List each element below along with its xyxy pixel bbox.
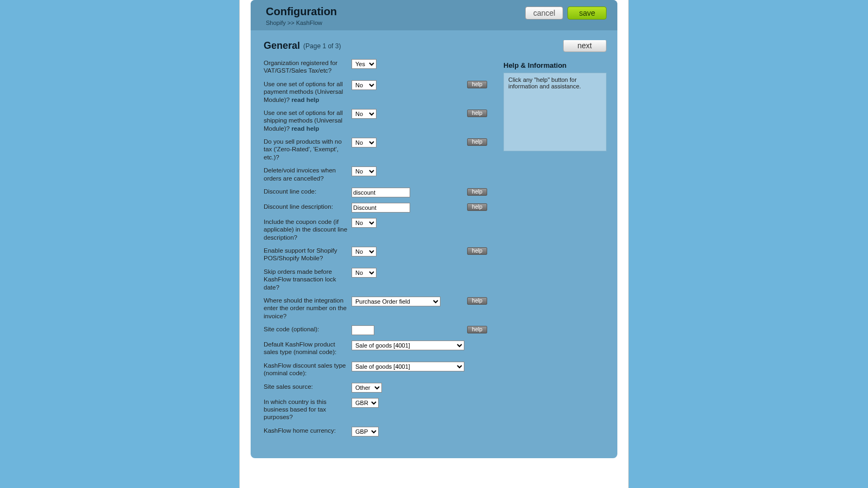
label: Discount line code: <box>264 188 352 195</box>
label: Discount line description: <box>264 203 352 210</box>
next-button[interactable]: next <box>563 40 607 52</box>
app-frame: Configuration Shopify >> KashFlow cancel… <box>239 0 629 488</box>
row-include-coupon: Include the coupon code (if applicable) … <box>264 218 496 241</box>
select-include-coupon[interactable]: No <box>352 218 376 228</box>
select-zero-rated[interactable]: No <box>352 138 376 147</box>
row-shopify-pos: Enable support for Shopify POS/Shopify M… <box>264 247 496 262</box>
row-universal-payment: Use one set of options for all payment m… <box>264 80 496 104</box>
row-delete-void: Delete/void invoices when orders are can… <box>264 166 496 182</box>
save-button[interactable]: save <box>567 7 607 20</box>
select-delete-void[interactable]: No <box>352 166 376 176</box>
breadcrumb: Shopify >> KashFlow <box>266 20 525 26</box>
input-discount-code[interactable] <box>352 188 410 197</box>
label: Organization registered for VAT/GST/Sale… <box>264 59 352 75</box>
row-site-sales-source: Site sales source: Other <box>264 383 496 393</box>
label: Site sales source: <box>264 383 352 390</box>
config-panel: Configuration Shopify >> KashFlow cancel… <box>251 0 617 458</box>
panel-header: Configuration Shopify >> KashFlow cancel… <box>251 0 617 30</box>
select-vat-registered[interactable]: Yes <box>352 59 376 69</box>
label: Do you sell products with no tax ('Zero-… <box>264 138 352 161</box>
row-discount-sales-type: KashFlow discount sales type (nominal co… <box>264 362 496 377</box>
help-button[interactable]: help <box>467 138 487 146</box>
select-product-sales-type[interactable]: Sale of goods [4001] <box>352 341 464 350</box>
input-site-code[interactable] <box>352 325 374 335</box>
row-discount-desc: Discount line description: help <box>264 203 496 213</box>
row-skip-lock-date: Skip orders made before KashFlow transac… <box>264 268 496 291</box>
select-universal-shipping[interactable]: No <box>352 109 376 119</box>
label: KashFlow discount sales type (nominal co… <box>264 362 352 377</box>
row-site-code: Site code (optional): help <box>264 325 496 335</box>
read-help-link[interactable]: read help <box>291 125 319 132</box>
row-tax-country: In which country is this business based … <box>264 398 496 421</box>
help-content: Click any "help" button for information … <box>503 73 607 151</box>
row-universal-shipping: Use one set of options for all shipping … <box>264 109 496 132</box>
label: Use one set of options for all shipping … <box>264 109 352 132</box>
help-button[interactable]: help <box>467 297 487 305</box>
row-vat-registered: Organization registered for VAT/GST/Sale… <box>264 59 496 75</box>
help-column: Help & Information Click any "help" butt… <box>503 59 607 442</box>
read-help-link[interactable]: read help <box>291 97 319 103</box>
help-button[interactable]: help <box>467 326 487 333</box>
select-skip-lock-date[interactable]: No <box>352 268 376 278</box>
help-button[interactable]: help <box>467 188 487 196</box>
row-zero-rated: Do you sell products with no tax ('Zero-… <box>264 138 496 161</box>
select-discount-sales-type[interactable]: Sale of goods [4001] <box>352 362 464 371</box>
label: Use one set of options for all payment m… <box>264 80 352 104</box>
section-title: General <box>264 40 300 52</box>
help-button[interactable]: help <box>467 81 487 88</box>
label: Default KashFlow product sales type (nom… <box>264 341 352 356</box>
label: In which country is this business based … <box>264 398 352 421</box>
label: Delete/void invoices when orders are can… <box>264 166 352 182</box>
label: Site code (optional): <box>264 325 352 333</box>
label: Enable support for Shopify POS/Shopify M… <box>264 247 352 262</box>
label: Skip orders made before KashFlow transac… <box>264 268 352 291</box>
label: Include the coupon code (if applicable) … <box>264 218 352 241</box>
help-button[interactable]: help <box>467 110 487 117</box>
select-order-number-field[interactable]: Purchase Order field <box>352 297 441 306</box>
page-indicator: (Page 1 of 3) <box>303 42 341 50</box>
input-discount-desc[interactable] <box>352 203 410 213</box>
help-button[interactable]: help <box>467 247 487 255</box>
panel-body: next General (Page 1 of 3) Organization … <box>251 30 617 458</box>
row-product-sales-type: Default KashFlow product sales type (nom… <box>264 341 496 356</box>
row-discount-code: Discount line code: help <box>264 188 496 197</box>
select-shopify-pos[interactable]: No <box>352 247 376 256</box>
row-home-currency: KashFlow home currency: GBP <box>264 427 496 436</box>
help-title: Help & Information <box>503 61 607 69</box>
help-button[interactable]: help <box>467 203 487 211</box>
select-home-currency[interactable]: GBP <box>352 427 379 436</box>
cancel-button[interactable]: cancel <box>525 7 563 20</box>
form-column: Organization registered for VAT/GST/Sale… <box>264 59 496 442</box>
label: KashFlow home currency: <box>264 427 352 434</box>
label: Where should the integration enter the o… <box>264 297 352 320</box>
row-order-number-field: Where should the integration enter the o… <box>264 297 496 320</box>
page-title: Configuration <box>266 5 525 18</box>
select-tax-country[interactable]: GBR <box>352 398 379 408</box>
select-site-sales-source[interactable]: Other <box>352 383 382 393</box>
select-universal-payment[interactable]: No <box>352 80 376 90</box>
